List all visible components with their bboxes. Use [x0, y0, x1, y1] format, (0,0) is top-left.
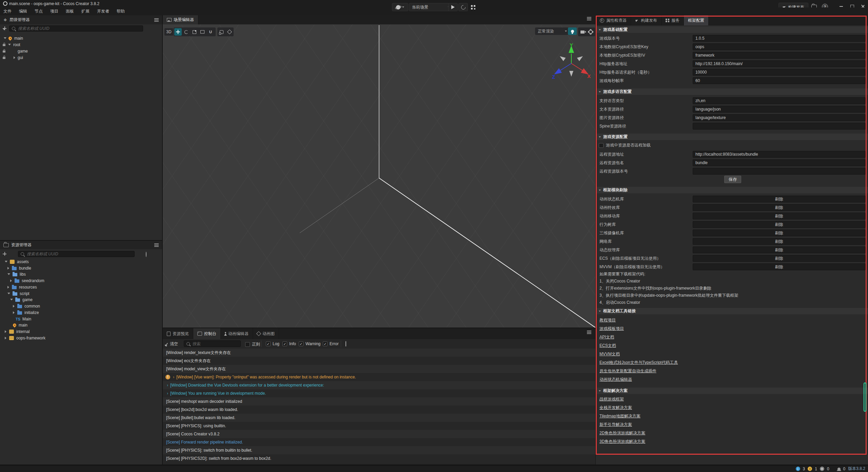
tab-services[interactable]: 服务 — [662, 15, 684, 25]
texture-path-input[interactable]: language/texture — [693, 114, 866, 121]
menu-extension[interactable]: 扩展 — [81, 8, 90, 14]
regex-checkbox[interactable]: 正则 — [245, 341, 260, 347]
fps-input[interactable]: 60 — [693, 77, 866, 84]
link-anim-state-editor[interactable]: 动画状态机编辑器 — [599, 377, 632, 382]
section-i18n-config[interactable]: 游戏多语言配置 — [596, 88, 868, 95]
remove-module-button[interactable]: 剔除 — [693, 238, 866, 245]
chevron-right-icon[interactable] — [5, 330, 6, 333]
spine-path-input[interactable] — [693, 123, 866, 130]
assets-search-input[interactable] — [26, 251, 132, 257]
expand-arrow-icon[interactable]: › — [167, 381, 168, 390]
log-row-warning[interactable]: › [Window] [Vue warn]: Property "onInput… — [163, 373, 595, 381]
section-basic-config[interactable]: 游戏基础配置 — [596, 26, 868, 33]
link-ecs-docs[interactable]: ECS文档 — [599, 343, 616, 348]
warning-count-icon[interactable]: ! — [808, 467, 812, 471]
chevron-down-icon[interactable] — [8, 44, 11, 45]
rotate-tool-button[interactable] — [182, 28, 190, 36]
link-tutorial-project[interactable]: 教程项目 — [599, 317, 616, 323]
ui-transform-tool-button[interactable] — [207, 28, 214, 36]
tab-animation-editor[interactable]: 动画编辑器 — [221, 328, 253, 339]
chevron-right-icon[interactable] — [5, 337, 6, 339]
filter-warning-checkbox[interactable]: Warning — [299, 341, 320, 346]
tab-console[interactable]: 控制台 — [193, 328, 221, 339]
checkbox-checked-icon[interactable] — [299, 341, 303, 346]
console-log-file-button[interactable] — [346, 341, 346, 346]
hierarchy-node-gui[interactable]: gui — [0, 54, 162, 61]
menu-file[interactable]: 文件 — [3, 8, 12, 14]
asset-row-game[interactable]: game — [0, 296, 162, 303]
chevron-right-icon[interactable] — [7, 286, 9, 289]
console-search-input[interactable] — [192, 341, 238, 347]
remove-module-button[interactable]: 剔除 — [693, 230, 866, 236]
remove-module-button[interactable]: 剔除 — [693, 196, 866, 202]
section-doc-links[interactable]: 框架文档工具链接 — [596, 308, 868, 314]
checkbox-checked-icon[interactable] — [323, 341, 328, 346]
log-row-info[interactable]: › [Window] Download the Vue Devtools ext… — [163, 381, 595, 389]
remove-module-button[interactable]: 剔除 — [693, 221, 866, 228]
coordinate-space-button[interactable] — [226, 28, 233, 36]
log-row[interactable]: [Scene] [PHYSICS2D]: switch from box2d-w… — [163, 454, 595, 463]
filter-error-checkbox[interactable]: Error — [323, 341, 339, 346]
scene-gizmo-settings-button[interactable] — [587, 28, 594, 36]
chevron-down-icon[interactable] — [7, 293, 10, 294]
expand-arrow-icon[interactable]: › — [167, 389, 168, 398]
tab-scene-editor[interactable]: 场景编辑器 — [163, 15, 198, 24]
navigation-gizmo[interactable]: Y X Z — [549, 41, 593, 85]
lock-icon[interactable] — [3, 57, 5, 59]
crypto-key-input[interactable]: oops — [693, 43, 866, 50]
chevron-down-icon[interactable] — [10, 299, 13, 300]
panel-menu-icon[interactable] — [154, 245, 159, 245]
scene-viewport[interactable]: 3D 正常渲染 Y X Z — [163, 24, 595, 328]
reload-button[interactable] — [458, 3, 468, 11]
preview-scene-dropdown[interactable]: 当前场景 — [409, 3, 453, 11]
crypto-iv-input[interactable]: framework — [693, 52, 866, 59]
save-button[interactable]: 保存 — [724, 176, 741, 183]
link-2d-rpg-solution[interactable]: 2D角色扮演游戏解决方案 — [599, 430, 645, 436]
chevron-right-icon[interactable] — [14, 56, 15, 59]
hierarchy-search-input[interactable] — [17, 26, 140, 31]
panel-menu-icon[interactable] — [154, 20, 159, 20]
expand-arrow-icon[interactable]: › — [173, 373, 174, 381]
log-row[interactable]: [Scene] [PHYSICS]: using builtin. — [163, 422, 595, 430]
section-solutions[interactable]: 框架解决方案 — [596, 388, 868, 394]
remote-url-input[interactable]: http://localhost:8083/assets/bundle — [693, 151, 866, 158]
pivot-position-button[interactable] — [218, 28, 225, 36]
hierarchy-node-game[interactable]: game — [0, 48, 162, 54]
lock-icon[interactable] — [3, 51, 5, 53]
render-mode-dropdown[interactable]: 正常渲染 — [535, 27, 570, 35]
link-fullstack-solution[interactable]: 全栈开发解决方案 — [599, 405, 632, 410]
asset-row-assets[interactable]: assets — [0, 258, 162, 265]
tab-framework-config[interactable]: 框架配置 — [684, 15, 709, 25]
tab-build-publish[interactable]: 构建发布 — [631, 15, 662, 25]
http-timeout-input[interactable]: 10000 — [693, 69, 866, 76]
create-node-button[interactable] — [3, 26, 5, 31]
languages-input[interactable]: zh,en — [693, 97, 866, 104]
move-tool-button[interactable] — [174, 28, 182, 36]
scrollbar-thumb[interactable] — [864, 382, 866, 412]
chevron-right-icon[interactable] — [13, 305, 15, 308]
link-excel-tool[interactable]: Excel格式转Json文件与TypeScript代码工具 — [599, 360, 678, 365]
asset-row-seedrandom[interactable]: seedrandom — [0, 277, 162, 284]
lock-icon[interactable] — [3, 44, 5, 46]
game-version-input[interactable]: 1.0.5 — [693, 35, 866, 42]
menu-project[interactable]: 项目 — [50, 8, 58, 14]
remove-module-button[interactable]: 剔除 — [693, 255, 866, 262]
asset-row-script[interactable]: script — [0, 290, 162, 297]
menu-edit[interactable]: 编辑 — [19, 8, 27, 14]
remote-load-checkbox[interactable]: 游戏中资源是否远程加载 — [599, 142, 651, 148]
menu-help[interactable]: 帮助 — [117, 8, 125, 14]
link-wargame-framework[interactable]: 战棋游戏框架 — [599, 396, 624, 402]
log-row[interactable]: [Scene] [PHYSICS]: switch from builtin t… — [163, 446, 595, 454]
error-count-icon[interactable]: × — [820, 467, 824, 471]
checkbox-icon[interactable] — [245, 342, 250, 347]
checkbox-icon[interactable] — [599, 143, 604, 148]
menu-panel[interactable]: 面板 — [66, 8, 74, 14]
asset-row-initialize[interactable]: initialize — [0, 309, 162, 316]
link-hotupdate-plugin[interactable]: 原生包热更新配置自动生成插件 — [599, 368, 656, 374]
link-tiledmap-solution[interactable]: Tiledmap地图解决方案 — [599, 413, 640, 419]
console-clear-button[interactable]: 清空 — [166, 341, 178, 347]
log-row[interactable]: [Window] ecs文件夹存在 — [163, 357, 595, 365]
scale-tool-button[interactable] — [191, 28, 198, 36]
chevron-right-icon[interactable] — [7, 267, 9, 270]
tab-animation-graph[interactable]: 动画图 — [253, 328, 279, 339]
